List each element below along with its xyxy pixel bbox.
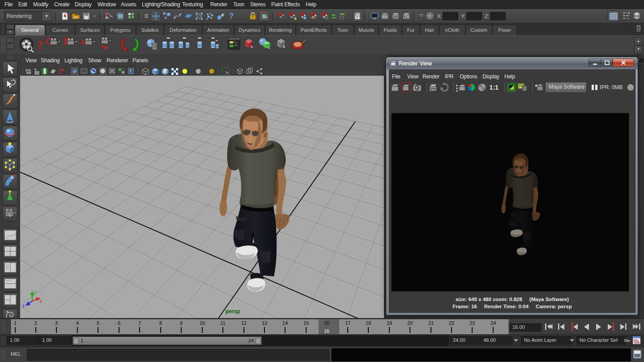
svg-text:24: 24: [490, 320, 496, 326]
svg-text:IPR: IPR: [393, 16, 398, 18]
svg-text:▮▮: ▮▮: [535, 84, 538, 87]
svg-text:23: 23: [469, 320, 475, 326]
svg-text:12: 12: [241, 320, 247, 326]
svg-text:21: 21: [428, 320, 434, 326]
svg-text:y: y: [34, 289, 36, 294]
svg-text:1: 1: [14, 320, 17, 326]
svg-text:15: 15: [303, 320, 309, 326]
svg-text:16: 16: [324, 328, 329, 334]
svg-text:IPR: IPR: [431, 87, 435, 90]
svg-text:2: 2: [34, 320, 37, 326]
svg-text:4: 4: [76, 320, 79, 326]
svg-text:6: 6: [118, 320, 120, 326]
svg-text:3: 3: [55, 320, 58, 326]
svg-text:14: 14: [282, 320, 288, 326]
svg-text:?: ?: [37, 38, 43, 52]
svg-text:7: 7: [138, 320, 141, 326]
svg-text:T: T: [129, 69, 132, 73]
svg-text:17: 17: [345, 320, 350, 326]
svg-text:19: 19: [387, 320, 392, 326]
svg-text:13: 13: [262, 320, 267, 326]
svg-text:5: 5: [97, 320, 99, 326]
svg-text:z: z: [22, 303, 25, 308]
svg-text:10: 10: [200, 320, 205, 326]
svg-text:persp: persp: [226, 308, 240, 315]
svg-text:8: 8: [159, 320, 162, 326]
svg-text:9: 9: [180, 320, 183, 326]
svg-text:20: 20: [407, 320, 413, 326]
svg-text:x: x: [39, 299, 42, 304]
svg-text:16: 16: [324, 320, 329, 326]
svg-text:18: 18: [366, 320, 371, 326]
svg-text:22: 22: [449, 320, 454, 326]
svg-text:11: 11: [220, 320, 225, 326]
